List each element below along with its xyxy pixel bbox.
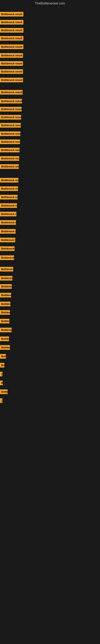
bottleneck-label: Bottleneck [0,302,10,306]
list-item: Bott [0,354,6,359]
list-item: Bottleneck [0,318,9,324]
bottleneck-label: Bottleneck r [0,310,10,315]
bottleneck-label: | [0,372,2,376]
list-item: Bottleneck result [0,255,14,260]
list-item: Bottleneck result [0,229,16,234]
bottleneck-label: Bottleneck result [0,140,20,144]
bottleneck-label: Bottleneck result [0,36,23,41]
list-item: Bottleneck r [0,345,10,350]
list-item: Bottleneck result [0,139,20,144]
list-item: Bottleneck result [0,98,22,104]
bottleneck-label: Bottleneck result [0,148,20,152]
list-item: Bottleneck result [0,164,19,169]
bottleneck-label: Bottleneck result [0,28,23,32]
list-item: Bottleneck result [0,36,23,41]
list-item: Bottleneck result [0,220,16,225]
list-item: Bottleneck res [0,276,12,280]
list-item: Bottleneck r [0,310,10,315]
list-item: B [0,380,3,385]
bottleneck-label: Bottleneck result [0,203,17,208]
list-item: Bottleneck result [0,90,23,94]
bottleneck-label: Bottleneck result [0,90,23,94]
bottleneck-label: Bottleneck result [0,107,22,112]
bottleneck-label: Bottleneck res [0,328,12,332]
bottleneck-label: Bottleneck result [0,132,20,136]
bottleneck-label: Bottleneck r [0,345,10,350]
list-item: Bottleneck result [0,212,16,216]
list-item: Bottleneck res [0,328,12,332]
bottleneck-label: Bottleneck res [0,276,12,280]
list-item: Bottleneck result [0,246,15,251]
list-item: Bottleneck result [0,186,18,191]
bottleneck-label: Bottleneck result [0,61,23,66]
list-item: Bottleneck result [0,123,21,128]
list-item: Bottleneck r [0,292,11,298]
list-item: Bottleneck [0,302,10,306]
bottleneck-label: Bottleneck result [0,12,23,16]
bottleneck-label: Bottleneck result [0,246,15,251]
list-item: Bottleneck result [0,61,23,66]
list-item: Bottleneck result [0,28,23,32]
list-item: Bottle [0,389,8,394]
bottleneck-label: Bott [0,354,6,359]
bottleneck-label: Bottleneck result [0,229,16,234]
list-item: Bottleneck result [0,44,23,49]
list-item: | [0,398,2,403]
bottleneck-label: Bottleneck result [0,267,13,272]
list-item: Bottleneck result [0,156,19,161]
list-item: Bottleneck result [0,194,18,200]
bottleneck-label: Bottleneck result [0,284,12,289]
bottleneck-label: Bottleneck result [0,123,21,128]
bottleneck-label: Bottleneck result [0,178,18,182]
bottleneck-label: Bottleneck result [0,195,18,200]
bottleneck-label: Bottleneck result [0,69,23,74]
bottleneck-label: Bottleneck result [0,238,15,242]
bottleneck-label: Bottleneck result [0,164,19,169]
list-item: Bottleneck result [0,12,23,16]
list-item: Bottleneck result [0,53,23,58]
list-item: Bottleneck result [0,115,21,120]
bottleneck-label: Bottle [0,390,8,394]
list-item: Bottleneck result [0,131,20,136]
list-item: Bottleneck result [0,20,23,24]
list-item: Bottleneck result [0,238,15,242]
bottleneck-label: Bottleneck r [0,293,11,298]
bottleneck-label: Bottleneck result [0,99,22,104]
bottleneck-label: Bottleneck result [0,156,19,161]
bottleneck-label: Bottleneck result [0,44,23,49]
bottleneck-label: Bottleneck result [0,212,16,216]
list-item: Bottleneck result [0,284,12,289]
bottleneck-label: Bottleneck result [0,115,21,120]
list-item: Bottleneck result [0,148,20,152]
list-item: Bottlene [0,336,9,341]
list-item: Bottleneck result [0,78,23,82]
list-item: Bottleneck result [0,107,22,112]
bottleneck-label: Bottleneck result [0,256,14,260]
list-item: Bottleneck result [0,203,17,208]
bottleneck-label: Bottleneck result [0,186,18,191]
bottleneck-label: | [0,398,2,403]
site-title: TheBottlenecker.com [0,0,100,6]
bottleneck-label: Bo [0,363,4,368]
list-item: Bottleneck result [0,178,18,182]
bottleneck-label: Bottleneck result [0,53,23,58]
list-item: Bo [0,363,4,368]
bottleneck-label: Bottlene [0,336,9,341]
list-item: Bottleneck result [0,69,23,74]
bottleneck-label: Bottleneck result [0,220,16,225]
bottleneck-label: Bottleneck [0,319,9,324]
list-item: Bottleneck result [0,267,13,272]
bottleneck-label: Bottleneck result [0,20,23,24]
bottleneck-label: B [0,380,3,385]
list-item: | [0,372,2,376]
bottleneck-label: Bottleneck result [0,78,23,82]
